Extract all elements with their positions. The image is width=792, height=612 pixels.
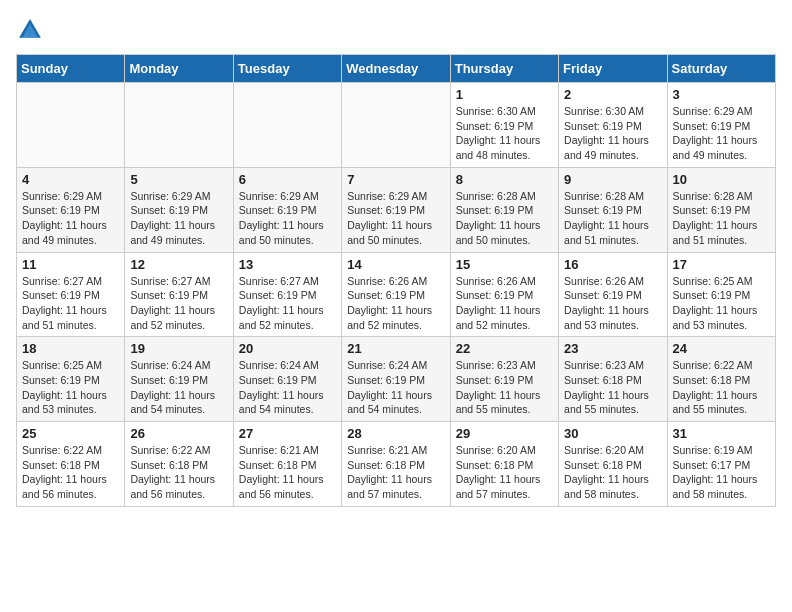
calendar-cell: 17Sunrise: 6:25 AM Sunset: 6:19 PM Dayli… [667,252,775,337]
logo-icon [16,16,44,44]
logo [16,16,48,44]
calendar-cell: 8Sunrise: 6:28 AM Sunset: 6:19 PM Daylig… [450,167,558,252]
calendar-cell: 11Sunrise: 6:27 AM Sunset: 6:19 PM Dayli… [17,252,125,337]
day-number: 4 [22,172,119,187]
day-number: 7 [347,172,444,187]
calendar-cell [125,83,233,168]
calendar-week-row: 4Sunrise: 6:29 AM Sunset: 6:19 PM Daylig… [17,167,776,252]
day-number: 20 [239,341,336,356]
day-detail: Sunrise: 6:25 AM Sunset: 6:19 PM Dayligh… [673,274,770,333]
day-detail: Sunrise: 6:26 AM Sunset: 6:19 PM Dayligh… [564,274,661,333]
day-detail: Sunrise: 6:22 AM Sunset: 6:18 PM Dayligh… [673,358,770,417]
day-header-wednesday: Wednesday [342,55,450,83]
day-number: 23 [564,341,661,356]
calendar-cell [17,83,125,168]
day-number: 31 [673,426,770,441]
calendar-cell: 6Sunrise: 6:29 AM Sunset: 6:19 PM Daylig… [233,167,341,252]
calendar-cell: 30Sunrise: 6:20 AM Sunset: 6:18 PM Dayli… [559,422,667,507]
day-detail: Sunrise: 6:27 AM Sunset: 6:19 PM Dayligh… [239,274,336,333]
day-detail: Sunrise: 6:28 AM Sunset: 6:19 PM Dayligh… [673,189,770,248]
day-number: 26 [130,426,227,441]
day-number: 5 [130,172,227,187]
day-detail: Sunrise: 6:26 AM Sunset: 6:19 PM Dayligh… [347,274,444,333]
calendar-body: 1Sunrise: 6:30 AM Sunset: 6:19 PM Daylig… [17,83,776,507]
calendar-cell: 12Sunrise: 6:27 AM Sunset: 6:19 PM Dayli… [125,252,233,337]
day-header-friday: Friday [559,55,667,83]
day-number: 18 [22,341,119,356]
calendar-cell: 9Sunrise: 6:28 AM Sunset: 6:19 PM Daylig… [559,167,667,252]
day-number: 1 [456,87,553,102]
calendar-cell: 21Sunrise: 6:24 AM Sunset: 6:19 PM Dayli… [342,337,450,422]
day-number: 11 [22,257,119,272]
day-number: 21 [347,341,444,356]
calendar-cell: 14Sunrise: 6:26 AM Sunset: 6:19 PM Dayli… [342,252,450,337]
day-number: 15 [456,257,553,272]
calendar-cell: 7Sunrise: 6:29 AM Sunset: 6:19 PM Daylig… [342,167,450,252]
calendar-table: SundayMondayTuesdayWednesdayThursdayFrid… [16,54,776,507]
day-detail: Sunrise: 6:29 AM Sunset: 6:19 PM Dayligh… [673,104,770,163]
day-number: 24 [673,341,770,356]
day-detail: Sunrise: 6:27 AM Sunset: 6:19 PM Dayligh… [22,274,119,333]
day-detail: Sunrise: 6:28 AM Sunset: 6:19 PM Dayligh… [564,189,661,248]
calendar-cell: 23Sunrise: 6:23 AM Sunset: 6:18 PM Dayli… [559,337,667,422]
calendar-cell: 31Sunrise: 6:19 AM Sunset: 6:17 PM Dayli… [667,422,775,507]
day-number: 17 [673,257,770,272]
calendar-cell: 25Sunrise: 6:22 AM Sunset: 6:18 PM Dayli… [17,422,125,507]
calendar-cell [342,83,450,168]
day-detail: Sunrise: 6:29 AM Sunset: 6:19 PM Dayligh… [130,189,227,248]
calendar-cell: 22Sunrise: 6:23 AM Sunset: 6:19 PM Dayli… [450,337,558,422]
day-detail: Sunrise: 6:29 AM Sunset: 6:19 PM Dayligh… [22,189,119,248]
calendar-cell: 27Sunrise: 6:21 AM Sunset: 6:18 PM Dayli… [233,422,341,507]
day-detail: Sunrise: 6:29 AM Sunset: 6:19 PM Dayligh… [347,189,444,248]
calendar-cell: 13Sunrise: 6:27 AM Sunset: 6:19 PM Dayli… [233,252,341,337]
day-number: 22 [456,341,553,356]
calendar-week-row: 18Sunrise: 6:25 AM Sunset: 6:19 PM Dayli… [17,337,776,422]
calendar-cell: 1Sunrise: 6:30 AM Sunset: 6:19 PM Daylig… [450,83,558,168]
day-detail: Sunrise: 6:30 AM Sunset: 6:19 PM Dayligh… [456,104,553,163]
day-detail: Sunrise: 6:20 AM Sunset: 6:18 PM Dayligh… [456,443,553,502]
day-number: 27 [239,426,336,441]
day-header-thursday: Thursday [450,55,558,83]
day-detail: Sunrise: 6:25 AM Sunset: 6:19 PM Dayligh… [22,358,119,417]
calendar-cell: 28Sunrise: 6:21 AM Sunset: 6:18 PM Dayli… [342,422,450,507]
day-number: 13 [239,257,336,272]
day-number: 19 [130,341,227,356]
calendar-cell: 20Sunrise: 6:24 AM Sunset: 6:19 PM Dayli… [233,337,341,422]
day-detail: Sunrise: 6:24 AM Sunset: 6:19 PM Dayligh… [239,358,336,417]
day-header-sunday: Sunday [17,55,125,83]
day-number: 16 [564,257,661,272]
day-detail: Sunrise: 6:27 AM Sunset: 6:19 PM Dayligh… [130,274,227,333]
calendar-cell: 19Sunrise: 6:24 AM Sunset: 6:19 PM Dayli… [125,337,233,422]
day-detail: Sunrise: 6:22 AM Sunset: 6:18 PM Dayligh… [130,443,227,502]
day-detail: Sunrise: 6:24 AM Sunset: 6:19 PM Dayligh… [130,358,227,417]
calendar-cell [233,83,341,168]
day-number: 10 [673,172,770,187]
calendar-cell: 4Sunrise: 6:29 AM Sunset: 6:19 PM Daylig… [17,167,125,252]
calendar-cell: 15Sunrise: 6:26 AM Sunset: 6:19 PM Dayli… [450,252,558,337]
calendar-week-row: 11Sunrise: 6:27 AM Sunset: 6:19 PM Dayli… [17,252,776,337]
day-number: 25 [22,426,119,441]
day-detail: Sunrise: 6:23 AM Sunset: 6:19 PM Dayligh… [456,358,553,417]
day-detail: Sunrise: 6:26 AM Sunset: 6:19 PM Dayligh… [456,274,553,333]
day-detail: Sunrise: 6:29 AM Sunset: 6:19 PM Dayligh… [239,189,336,248]
day-number: 6 [239,172,336,187]
calendar-cell: 3Sunrise: 6:29 AM Sunset: 6:19 PM Daylig… [667,83,775,168]
day-header-saturday: Saturday [667,55,775,83]
day-detail: Sunrise: 6:19 AM Sunset: 6:17 PM Dayligh… [673,443,770,502]
day-detail: Sunrise: 6:23 AM Sunset: 6:18 PM Dayligh… [564,358,661,417]
day-detail: Sunrise: 6:22 AM Sunset: 6:18 PM Dayligh… [22,443,119,502]
calendar-cell: 10Sunrise: 6:28 AM Sunset: 6:19 PM Dayli… [667,167,775,252]
day-number: 2 [564,87,661,102]
day-detail: Sunrise: 6:20 AM Sunset: 6:18 PM Dayligh… [564,443,661,502]
calendar-cell: 29Sunrise: 6:20 AM Sunset: 6:18 PM Dayli… [450,422,558,507]
calendar-cell: 24Sunrise: 6:22 AM Sunset: 6:18 PM Dayli… [667,337,775,422]
day-number: 28 [347,426,444,441]
day-header-tuesday: Tuesday [233,55,341,83]
calendar-week-row: 25Sunrise: 6:22 AM Sunset: 6:18 PM Dayli… [17,422,776,507]
calendar-cell: 26Sunrise: 6:22 AM Sunset: 6:18 PM Dayli… [125,422,233,507]
calendar-header-row: SundayMondayTuesdayWednesdayThursdayFrid… [17,55,776,83]
calendar-cell: 2Sunrise: 6:30 AM Sunset: 6:19 PM Daylig… [559,83,667,168]
calendar-cell: 18Sunrise: 6:25 AM Sunset: 6:19 PM Dayli… [17,337,125,422]
day-number: 9 [564,172,661,187]
day-number: 8 [456,172,553,187]
